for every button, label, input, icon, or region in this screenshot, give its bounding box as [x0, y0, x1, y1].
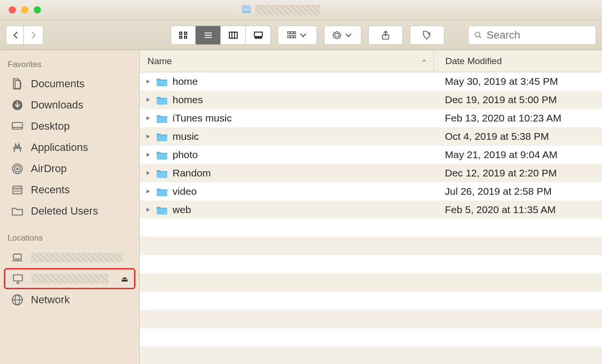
server-volume-icon [241, 4, 252, 16]
svg-rect-7 [180, 36, 182, 38]
svg-point-27 [475, 32, 480, 37]
file-row[interactable]: homeMay 30, 2019 at 3:45 PM [140, 72, 602, 91]
sidebar-location-item[interactable]: ⏏ [4, 268, 135, 289]
view-icon-button[interactable] [171, 26, 196, 45]
svg-rect-1 [242, 11, 251, 13]
disclosure-triangle-icon[interactable] [140, 97, 156, 103]
search-input[interactable] [487, 29, 591, 41]
sidebar-item-deleted-users[interactable]: Deleted Users [0, 201, 139, 222]
folder-icon [156, 113, 171, 123]
column-name[interactable]: Name [140, 56, 433, 67]
disclosure-triangle-icon[interactable] [140, 134, 156, 139]
column-date[interactable]: Date Modified [433, 50, 602, 72]
sidebar-item-airdrop[interactable]: AirDrop [0, 158, 139, 179]
file-row[interactable]: photoMay 21, 2019 at 9:04 AM [140, 146, 602, 164]
fullscreen-window-button[interactable] [34, 6, 41, 13]
disclosure-triangle-icon[interactable] [140, 79, 156, 84]
applications-icon [11, 141, 24, 154]
file-row[interactable]: musicOct 4, 2019 at 5:38 PM [140, 127, 602, 146]
file-name: iTunes music [171, 112, 433, 124]
tag-icon [422, 30, 432, 40]
empty-rows-filler [140, 218, 602, 364]
view-list-button[interactable] [196, 26, 221, 45]
svg-rect-23 [291, 35, 293, 38]
search-icon [473, 30, 483, 40]
airdrop-icon [11, 162, 24, 175]
file-row[interactable]: videoJul 26, 2019 at 2:58 PM [140, 182, 602, 201]
folder-icon [156, 77, 171, 86]
sidebar-item-desktop[interactable]: Desktop [0, 116, 139, 137]
sidebar-locations-heading: Locations [0, 230, 139, 247]
file-date: Jul 26, 2019 at 2:58 PM [433, 186, 602, 197]
forward-button[interactable] [23, 26, 43, 45]
sidebar-item-label: Deleted Users [31, 205, 98, 217]
location-label-obscured [31, 274, 108, 283]
file-name: homes [171, 94, 433, 106]
chevron-down-icon [343, 30, 354, 40]
sidebar-item-label: Documents [31, 78, 84, 90]
disclosure-triangle-icon[interactable] [140, 115, 156, 121]
file-list-area: Name Date Modified homeMay 30, 2019 at 3… [140, 50, 602, 364]
file-name: web [171, 204, 433, 216]
column-headers: Name Date Modified [140, 50, 602, 72]
file-name: video [171, 186, 433, 197]
sidebar-item-label: Applications [31, 141, 88, 154]
sidebar-location-item[interactable] [0, 247, 139, 268]
window-title-obscured [255, 5, 320, 15]
recents-icon [11, 183, 24, 197]
svg-rect-21 [294, 31, 296, 34]
sidebar: Favorites DocumentsDownloadsDesktopAppli… [0, 50, 140, 364]
folder-icon [156, 150, 171, 160]
file-row[interactable]: RandomDec 12, 2019 at 2:20 PM [140, 164, 602, 182]
svg-rect-18 [260, 37, 261, 38]
desktop-icon [11, 120, 24, 133]
svg-rect-19 [288, 31, 290, 34]
sidebar-item-label: Recents [31, 184, 70, 196]
file-name: music [171, 131, 433, 142]
svg-point-2 [244, 7, 245, 8]
sidebar-item-applications[interactable]: Applications [0, 137, 139, 158]
action-menu-button[interactable] [324, 26, 361, 45]
disclosure-triangle-icon[interactable] [140, 189, 156, 194]
folder-icon [11, 204, 24, 218]
file-date: Dec 12, 2019 at 2:20 PM [433, 167, 602, 179]
file-name: photo [171, 149, 433, 161]
disclosure-triangle-icon[interactable] [140, 152, 156, 158]
share-icon [380, 30, 391, 40]
disclosure-triangle-icon[interactable] [140, 207, 156, 213]
file-row[interactable]: homesDec 19, 2019 at 5:00 PM [140, 91, 602, 109]
view-gallery-button[interactable] [246, 26, 271, 45]
toolbar [0, 20, 602, 50]
view-column-button[interactable] [221, 26, 246, 45]
svg-point-3 [246, 7, 247, 8]
minimize-window-button[interactable] [21, 6, 28, 13]
svg-rect-0 [242, 5, 251, 11]
folder-icon [156, 205, 171, 215]
file-date: Feb 13, 2020 at 10:23 AM [433, 112, 602, 124]
svg-rect-16 [255, 37, 256, 38]
svg-rect-8 [185, 36, 187, 38]
tags-button[interactable] [410, 26, 444, 45]
svg-rect-17 [257, 37, 259, 38]
sidebar-item-documents[interactable]: Documents [0, 73, 139, 94]
search-field[interactable] [468, 26, 596, 45]
share-button[interactable] [368, 26, 403, 45]
sidebar-location-item[interactable]: Network [0, 289, 139, 310]
sidebar-item-recents[interactable]: Recents [0, 179, 139, 201]
svg-line-28 [479, 36, 481, 38]
eject-icon[interactable]: ⏏ [121, 274, 128, 283]
sort-indicator-icon [421, 56, 428, 67]
svg-rect-20 [291, 31, 293, 34]
sidebar-item-label: Downloads [31, 99, 83, 111]
close-window-button[interactable] [9, 6, 16, 13]
group-by-button[interactable] [278, 26, 317, 45]
file-row[interactable]: webFeb 5, 2020 at 11:35 AM [140, 201, 602, 218]
svg-rect-6 [185, 32, 187, 34]
svg-rect-15 [254, 32, 262, 36]
file-row[interactable]: iTunes musicFeb 13, 2020 at 10:23 AM [140, 109, 602, 127]
chevron-down-icon [298, 30, 308, 40]
sidebar-item-label: Network [31, 294, 70, 306]
svg-rect-12 [229, 32, 237, 38]
disclosure-triangle-icon[interactable] [140, 170, 156, 176]
sidebar-item-downloads[interactable]: Downloads [0, 94, 139, 116]
